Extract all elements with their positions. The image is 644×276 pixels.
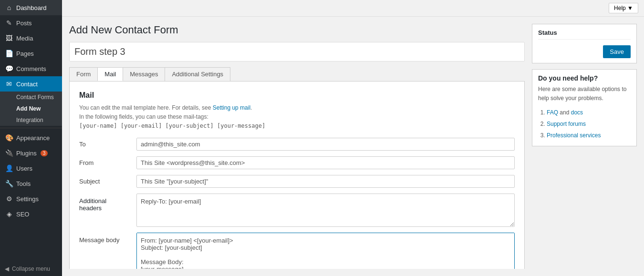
contact-submenu: Contact Forms Add New Integration	[0, 92, 62, 126]
help-box: Do you need help? Here are some availabl…	[532, 69, 637, 146]
sidebar-item-settings[interactable]: ⚙ Settings	[0, 191, 62, 206]
sidebar-item-comments[interactable]: 💬 Comments	[0, 61, 62, 76]
message-body-textarea[interactable]: From: [your-name] <[your-email]> Subject…	[136, 233, 515, 269]
main-content: Help ▼ Add New Contact Form Form Mail Me…	[62, 0, 644, 276]
content-area: Add New Contact Form Form Mail Messages …	[62, 17, 644, 276]
mail-panel: Mail You can edit the mail template here…	[69, 82, 525, 269]
sidebar-item-label: Dashboard	[16, 4, 47, 11]
sidebar: ⌂ Dashboard ✎ Posts 🖼 Media 📄 Pages 💬 Co…	[0, 0, 62, 276]
from-input[interactable]	[136, 156, 515, 169]
sidebar-item-tools[interactable]: 🔧 Tools	[0, 176, 62, 191]
media-icon: 🖼	[5, 34, 13, 42]
settings-icon: ⚙	[5, 195, 13, 203]
topbar: Help ▼	[62, 0, 644, 17]
sidebar-item-label: SEO	[16, 211, 29, 218]
collapse-icon: ◀	[5, 266, 9, 272]
sidebar-divider	[0, 128, 62, 128]
sidebar-item-plugins[interactable]: 🔌 Plugins 3	[0, 145, 62, 161]
sidebar-item-label: Comments	[16, 65, 46, 72]
mail-description: You can edit the mail template here. For…	[79, 103, 515, 131]
setting-up-mail-link[interactable]: Setting up mail	[213, 104, 250, 111]
to-input[interactable]	[136, 138, 515, 151]
sidebar-item-label: Contact	[16, 81, 38, 88]
docs-link[interactable]: docs	[571, 109, 583, 116]
sidebar-item-dashboard[interactable]: ⌂ Dashboard	[0, 0, 62, 15]
tabs: Form Mail Messages Additional Settings	[69, 67, 525, 82]
sidebar-item-label: Users	[16, 165, 32, 172]
from-label: From	[79, 156, 132, 166]
additional-headers-textarea[interactable]: Reply-To: [your-email]	[136, 194, 515, 227]
tab-messages[interactable]: Messages	[123, 67, 165, 81]
pages-icon: 📄	[5, 50, 13, 57]
status-box: Status Save	[532, 24, 637, 63]
subject-label: Subject	[79, 175, 132, 185]
help-item-3: Professional services	[547, 130, 631, 141]
help-item-2: Support forums	[547, 118, 631, 130]
sidebar-item-label: Appearance	[16, 134, 50, 142]
page-title: Add New Contact Form	[69, 24, 525, 36]
sidebar-item-users[interactable]: 👤 Users	[0, 161, 62, 176]
help-button[interactable]: Help ▼	[609, 3, 638, 13]
help-item-1-and: and	[560, 109, 571, 116]
sidebar-subitem-contact-forms[interactable]: Contact Forms	[0, 92, 62, 103]
additional-headers-label: Additionalheaders	[79, 194, 132, 212]
sidebar-item-appearance[interactable]: 🎨 Appearance	[0, 130, 62, 145]
side-panel: Status Save Do you need help? Here are s…	[532, 24, 637, 269]
sidebar-item-label: Posts	[16, 20, 32, 27]
subject-input[interactable]	[136, 175, 515, 188]
message-body-label: Message body	[79, 233, 132, 244]
mail-desc-line2: In the following fields, you can use the…	[79, 113, 208, 120]
sidebar-item-contact[interactable]: ✉ Contact	[0, 76, 62, 92]
collapse-menu[interactable]: ◀ Collapse menu	[0, 262, 62, 276]
tools-icon: 🔧	[5, 180, 13, 187]
tab-additional-settings[interactable]: Additional Settings	[165, 67, 230, 81]
users-icon: 👤	[5, 164, 13, 172]
save-button[interactable]: Save	[603, 45, 631, 58]
field-row-to: To	[79, 138, 515, 151]
status-box-title: Status	[538, 29, 631, 40]
tab-mail[interactable]: Mail	[97, 67, 123, 81]
help-box-title: Do you need help?	[538, 74, 631, 82]
sidebar-item-seo[interactable]: ◈ SEO	[0, 206, 62, 222]
faq-link[interactable]: FAQ	[547, 109, 558, 116]
comments-icon: 💬	[5, 65, 13, 72]
seo-icon: ◈	[5, 210, 13, 218]
mail-tags: [your-name] [your-email] [your-subject] …	[79, 123, 265, 129]
help-list: FAQ and docs Support forums Professional…	[538, 107, 631, 141]
mail-desc-text1: You can edit the mail template here. For…	[79, 104, 213, 111]
sidebar-item-label: Pages	[16, 50, 34, 57]
field-row-subject: Subject	[79, 175, 515, 188]
plugins-icon: 🔌	[5, 149, 13, 157]
help-item-1: FAQ and docs	[547, 107, 631, 118]
sidebar-subitem-add-new[interactable]: Add New	[0, 103, 62, 114]
sidebar-item-pages[interactable]: 📄 Pages	[0, 46, 62, 61]
sidebar-item-posts[interactable]: ✎ Posts	[0, 15, 62, 31]
field-row-additional-headers: Additionalheaders Reply-To: [your-email]	[79, 194, 515, 227]
sidebar-item-media[interactable]: 🖼 Media	[0, 31, 62, 46]
help-box-desc: Here are some available options to help …	[538, 85, 631, 103]
posts-icon: ✎	[5, 19, 13, 27]
to-label: To	[79, 138, 132, 148]
professional-services-link[interactable]: Professional services	[547, 132, 601, 139]
collapse-label: Collapse menu	[12, 266, 50, 272]
sidebar-item-label: Settings	[16, 195, 39, 203]
appearance-icon: 🎨	[5, 134, 13, 142]
sidebar-item-label: Tools	[16, 180, 31, 187]
sidebar-item-label: Media	[16, 35, 33, 42]
form-title-input[interactable]	[69, 42, 525, 61]
sidebar-subitem-integration[interactable]: Integration	[0, 114, 62, 126]
tab-form[interactable]: Form	[69, 67, 98, 81]
main-panel: Add New Contact Form Form Mail Messages …	[69, 24, 525, 269]
contact-icon: ✉	[5, 80, 13, 88]
dashboard-icon: ⌂	[5, 4, 13, 11]
support-forums-link[interactable]: Support forums	[547, 121, 586, 127]
mail-title: Mail	[79, 91, 515, 100]
sidebar-item-label: Plugins	[16, 150, 37, 157]
field-row-message-body: Message body From: [your-name] <[your-em…	[79, 233, 515, 269]
plugins-badge: 3	[41, 150, 48, 156]
field-row-from: From	[79, 156, 515, 169]
mail-desc-text2: .	[250, 104, 252, 111]
